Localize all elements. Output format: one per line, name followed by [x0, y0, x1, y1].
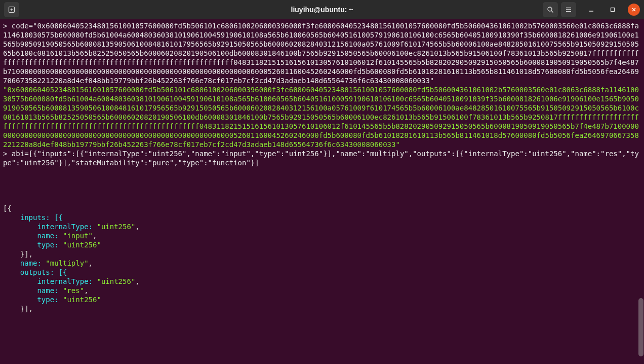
titlebar-left-group	[4, 2, 19, 17]
svg-point-3	[548, 7, 552, 11]
scrollbar-track[interactable]	[638, 19, 643, 364]
close-button[interactable]	[628, 4, 640, 16]
abi-outputs-name: name: "res",	[3, 286, 89, 295]
abi-inputs-internalType: internalType: "uint256",	[3, 223, 140, 231]
abi-name: name: "multiply",	[3, 259, 93, 267]
new-tab-button[interactable]	[4, 2, 19, 17]
abi-outputs-type: type: "uint256"	[3, 296, 101, 304]
svg-rect-9	[611, 8, 615, 12]
svg-line-4	[551, 11, 553, 13]
maximize-button[interactable]	[607, 4, 619, 16]
abi-inputs-open: inputs: [{	[3, 213, 63, 222]
window-title: liuyihu@ubuntu: ~	[291, 6, 353, 14]
terminal-area[interactable]: > code="0x608060405234801561001057600080…	[0, 19, 644, 364]
search-button[interactable]	[543, 2, 558, 17]
code-echo: "0x608060405234801561001057600080fd5b506…	[3, 86, 639, 149]
abi-out-open: [{	[3, 204, 12, 212]
prompt-line: > code="0x608060405234801561001057600080…	[3, 22, 639, 85]
scrollbar-thumb[interactable]	[638, 298, 643, 356]
titlebar-right-group	[543, 2, 640, 17]
hamburger-menu-button[interactable]	[561, 2, 576, 17]
abi-inputs-name: name: "input",	[3, 232, 97, 240]
abi-outputs-open: outputs: [{	[3, 268, 67, 276]
terminal-output: > code="0x608060405234801561001057600080…	[3, 21, 641, 313]
minimize-button[interactable]	[585, 4, 597, 16]
abi-inputs-type: type: "uint256"	[3, 241, 101, 249]
abi-inputs-close: }],	[3, 250, 33, 258]
abi-cmd: > abi=[{"inputs":[{"internalType":"uint2…	[3, 150, 639, 167]
abi-outputs-close: }],	[3, 305, 33, 313]
window-titlebar: liuyihu@ubuntu: ~	[0, 0, 644, 19]
abi-outputs-internalType: internalType: "uint256",	[3, 277, 140, 285]
